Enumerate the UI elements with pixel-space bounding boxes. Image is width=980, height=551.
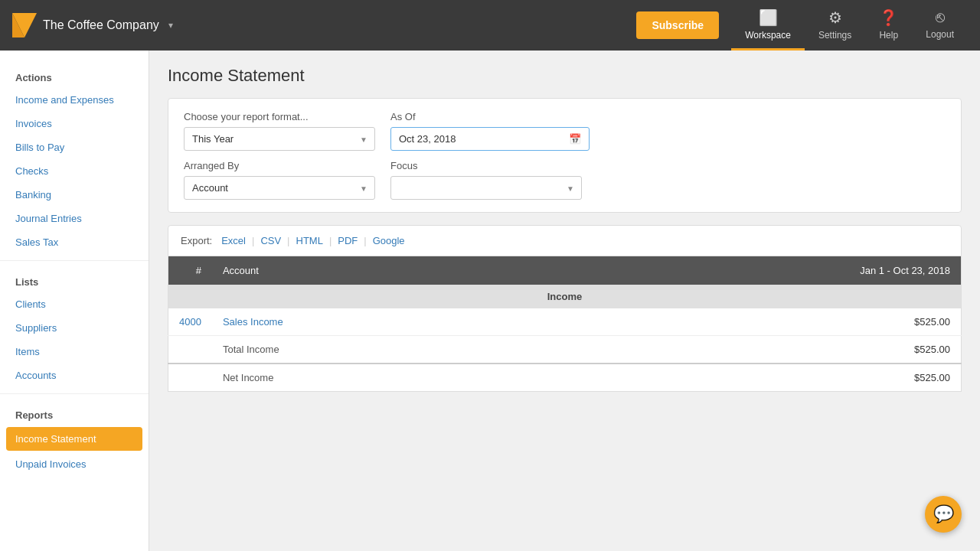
- help-icon: ❓: [879, 8, 898, 27]
- asof-label: As Of: [390, 111, 590, 122]
- company-logo[interactable]: The Coffee Company ▾: [12, 13, 636, 37]
- lists-section-title: Lists: [0, 267, 149, 292]
- col-header-date-range: Jan 1 - Oct 23, 2018: [528, 256, 962, 285]
- sidebar-item-sales-tax[interactable]: Sales Tax: [0, 230, 149, 254]
- nav-items: ⬜ Workspace ⚙ Settings ❓ Help ⎋ Logout: [731, 0, 968, 51]
- export-google[interactable]: Google: [373, 235, 405, 246]
- report-table: # Account Jan 1 - Oct 23, 2018 Income 40…: [168, 256, 962, 392]
- section-income-label: Income: [168, 285, 962, 308]
- net-income-label: Net Income: [212, 364, 528, 392]
- table-header-row: # Account Jan 1 - Oct 23, 2018: [168, 256, 962, 285]
- export-excel[interactable]: Excel: [221, 235, 246, 246]
- format-select-wrapper: This Year: [184, 127, 375, 151]
- format-label: Choose your report format...: [184, 111, 375, 122]
- sidebar-item-bills[interactable]: Bills to Pay: [0, 135, 149, 159]
- chat-bubble[interactable]: 💬: [925, 496, 962, 533]
- reports-section-title: Reports: [0, 400, 149, 425]
- page-title: Income Statement: [168, 66, 962, 86]
- help-label: Help: [879, 30, 898, 41]
- chat-icon: 💬: [933, 504, 954, 524]
- export-html[interactable]: HTML: [296, 235, 323, 246]
- row-account[interactable]: Sales Income: [212, 308, 528, 336]
- net-income-num: [168, 364, 212, 392]
- row-num[interactable]: 4000: [168, 308, 212, 336]
- focus-select-wrapper: [390, 176, 582, 200]
- sidebar-divider-1: [0, 260, 149, 261]
- sidebar-item-suppliers[interactable]: Suppliers: [0, 316, 149, 340]
- workspace-label: Workspace: [745, 30, 791, 41]
- table-row: 4000 Sales Income $525.00: [168, 308, 962, 336]
- main-layout: Actions Income and Expenses Invoices Bil…: [0, 51, 980, 551]
- sidebar-item-accounts[interactable]: Accounts: [0, 364, 149, 387]
- company-name: The Coffee Company: [43, 18, 159, 32]
- focus-label: Focus: [390, 160, 582, 171]
- sidebar-divider-2: [0, 393, 149, 394]
- filter-row-2: Arranged By Account Focus: [184, 160, 946, 200]
- sidebar-item-income-expenses[interactable]: Income and Expenses: [0, 88, 149, 112]
- total-income-amount: $525.00: [528, 336, 962, 364]
- export-sep-4: |: [364, 235, 366, 246]
- sidebar-item-income-statement[interactable]: Income Statement: [6, 427, 142, 451]
- filter-group-asof: As Of Oct 23, 2018 📅: [390, 111, 590, 151]
- logout-label: Logout: [926, 29, 954, 40]
- row-amount: $525.00: [528, 308, 962, 336]
- format-select[interactable]: This Year: [184, 127, 375, 151]
- export-sep-1: |: [252, 235, 254, 246]
- nav-logout[interactable]: ⎋ Logout: [912, 0, 968, 51]
- export-pdf[interactable]: PDF: [338, 235, 358, 246]
- logout-icon: ⎋: [936, 8, 945, 26]
- sidebar-item-invoices[interactable]: Invoices: [0, 112, 149, 135]
- actions-section-title: Actions: [0, 63, 149, 88]
- col-header-num: #: [168, 256, 212, 285]
- arranged-select[interactable]: Account: [184, 176, 375, 200]
- filter-panel: Choose your report format... This Year A…: [168, 98, 962, 213]
- filter-row-1: Choose your report format... This Year A…: [184, 111, 946, 151]
- export-csv[interactable]: CSV: [260, 235, 281, 246]
- sidebar-item-items[interactable]: Items: [0, 340, 149, 364]
- sidebar-item-journal-entries[interactable]: Journal Entries: [0, 207, 149, 230]
- sidebar-item-banking[interactable]: Banking: [0, 183, 149, 207]
- asof-date-input[interactable]: Oct 23, 2018 📅: [390, 127, 590, 151]
- nav-help[interactable]: ❓ Help: [865, 0, 912, 51]
- net-income-row: Net Income $525.00: [168, 364, 962, 392]
- filter-group-focus: Focus: [390, 160, 582, 200]
- focus-select[interactable]: [390, 176, 582, 200]
- main-content: Income Statement Choose your report form…: [149, 51, 980, 551]
- workspace-icon: ⬜: [759, 8, 778, 27]
- total-income-num: [168, 336, 212, 364]
- sidebar-item-clients[interactable]: Clients: [0, 292, 149, 316]
- subscribe-button[interactable]: Subscribe: [636, 11, 719, 39]
- sidebar-item-checks[interactable]: Checks: [0, 159, 149, 183]
- export-sep-2: |: [287, 235, 289, 246]
- col-header-account: Account: [212, 256, 528, 285]
- total-income-row: Total Income $525.00: [168, 336, 962, 364]
- settings-label: Settings: [818, 30, 851, 41]
- section-income-row: Income: [168, 285, 962, 308]
- calendar-icon: 📅: [569, 133, 581, 145]
- sidebar-item-unpaid-invoices[interactable]: Unpaid Invoices: [0, 452, 149, 476]
- nav-settings[interactable]: ⚙ Settings: [805, 0, 865, 51]
- filter-group-arranged: Arranged By Account: [184, 160, 375, 200]
- arranged-select-wrapper: Account: [184, 176, 375, 200]
- net-income-amount: $525.00: [528, 364, 962, 392]
- sidebar: Actions Income and Expenses Invoices Bil…: [0, 51, 149, 551]
- export-label: Export:: [181, 235, 212, 246]
- nav-workspace[interactable]: ⬜ Workspace: [731, 0, 805, 51]
- topnav: The Coffee Company ▾ Subscribe ⬜ Workspa…: [0, 0, 980, 51]
- export-bar: Export: Excel | CSV | HTML | PDF | Googl…: [168, 225, 962, 256]
- filter-group-format: Choose your report format... This Year: [184, 111, 375, 151]
- arranged-label: Arranged By: [184, 160, 375, 171]
- asof-date-value: Oct 23, 2018: [399, 133, 456, 145]
- export-sep-3: |: [329, 235, 332, 246]
- app-logo-icon: [12, 13, 37, 37]
- total-income-label: Total Income: [212, 336, 528, 364]
- settings-icon: ⚙: [828, 8, 842, 27]
- company-dropdown-arrow[interactable]: ▾: [168, 20, 173, 31]
